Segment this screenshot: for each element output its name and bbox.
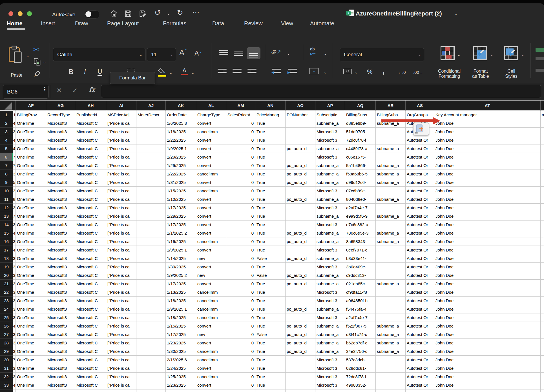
cell-ae30[interactable]: 7 — [13, 356, 16, 364]
cell-AK12[interactable]: 1/17/2025 — [166, 204, 196, 212]
cell-AM22[interactable]: 0 — [226, 288, 255, 297]
cell-AL21[interactable]: convert — [196, 280, 226, 288]
cell-AL5[interactable]: convert — [196, 144, 226, 153]
cell-AS1[interactable]: OrgGroups — [406, 111, 434, 119]
cell-AN28[interactable]: True — [255, 339, 286, 347]
cell-AF15[interactable]: OneTime — [16, 229, 46, 237]
cell-AJ31[interactable] — [136, 364, 166, 373]
cell-AM15[interactable]: 0 — [226, 229, 255, 237]
cell-AQ29[interactable]: 34e3f756-c — [345, 347, 376, 356]
cell-AH29[interactable]: Microsoft C — [75, 347, 106, 356]
cell-AT14[interactable]: John Doe — [434, 220, 541, 229]
row-header-33[interactable]: 33 — [0, 381, 13, 389]
cell-AI33[interactable]: ["Price is ca — [106, 381, 136, 389]
cell-AT12[interactable]: John Doe — [434, 204, 541, 212]
cell-AQ3[interactable]: 51dd9705- — [345, 128, 376, 136]
font-name-select[interactable]: Calibri ⌄ — [53, 48, 145, 61]
cell-AP24[interactable]: subname_a — [315, 305, 345, 313]
cell-AG26[interactable]: Microsoft3 — [46, 322, 75, 330]
cell-AH12[interactable]: Microsoft C — [75, 204, 106, 212]
tab-draw[interactable]: Draw — [75, 20, 88, 27]
cell-AH2[interactable]: Microsoft C — [75, 119, 106, 128]
cell-AT9[interactable]: John Doe — [434, 178, 541, 187]
cell-AO15[interactable]: po_auto_d — [286, 229, 315, 237]
row-header-10[interactable]: 10 — [0, 187, 13, 195]
cell-AS28[interactable]: Autotest Or — [406, 339, 434, 347]
cell-au26[interactable] — [541, 322, 544, 330]
column-header-at[interactable]: AT — [434, 101, 541, 111]
cell-AQ34[interactable]: 7ae7a87d-3 — [345, 389, 376, 392]
cell-AH27[interactable]: Microsoft C — [75, 330, 106, 339]
cell-AS16[interactable]: Autotest Or — [406, 237, 434, 246]
cell-AK34[interactable]: 1/8/2025 2 — [166, 389, 196, 392]
cell-AJ19[interactable] — [136, 263, 166, 271]
cell-AH23[interactable]: Microsoft C — [75, 297, 106, 305]
row-header-25[interactable]: 25 — [0, 313, 13, 322]
cell-AN19[interactable]: True — [255, 263, 286, 271]
cell-AT10[interactable]: John Doe — [434, 187, 541, 195]
align-middle-icon[interactable] — [233, 48, 245, 59]
cell-ae25[interactable]: 3 — [13, 313, 16, 322]
cell-AL20[interactable]: new — [196, 271, 226, 280]
cell-AO23[interactable] — [286, 297, 315, 305]
cell-au1[interactable]: a — [541, 111, 544, 119]
cell-AO27[interactable]: po_auto_d — [286, 330, 315, 339]
cell-AM20[interactable]: 0 — [226, 271, 255, 280]
cell-AJ15[interactable] — [136, 229, 166, 237]
cell-AR5[interactable]: subname_a — [376, 144, 406, 153]
cell-AP18[interactable]: subname_a — [315, 254, 345, 263]
cell-au13[interactable] — [541, 212, 544, 220]
cell-AR25[interactable] — [376, 313, 406, 322]
cell-AG15[interactable]: Microsoft3 — [46, 229, 75, 237]
cell-AF11[interactable]: OneTime — [16, 195, 46, 204]
cell-AR33[interactable] — [376, 381, 406, 389]
cell-AR34[interactable] — [376, 389, 406, 392]
cell-AK32[interactable]: 1/25/2025 — [166, 373, 196, 381]
cell-ae16[interactable]: 3 — [13, 237, 16, 246]
cell-AN8[interactable]: True — [255, 170, 286, 178]
cell-AF24[interactable]: OneTime — [16, 305, 46, 313]
row-header-7[interactable]: 7 — [0, 161, 13, 170]
cell-AM6[interactable]: 0 — [226, 153, 255, 161]
row-header-9[interactable]: 9 — [0, 178, 13, 187]
cell-AH9[interactable]: Microsoft C — [75, 178, 106, 187]
cell-AI32[interactable]: ["Price is ca — [106, 373, 136, 381]
cell-AJ21[interactable] — [136, 280, 166, 288]
cell-AK27[interactable]: 1/17/2025 — [166, 330, 196, 339]
cell-AF20[interactable]: OneTime — [16, 271, 46, 280]
wrap-text-icon[interactable]: abc↩ — [310, 47, 316, 56]
cell-AR10[interactable] — [376, 187, 406, 195]
cell-AQ2[interactable]: d885e9b9- — [345, 119, 376, 128]
cell-AT17[interactable]: John Doe — [434, 246, 541, 254]
cell-AI31[interactable]: ["Price is ca — [106, 364, 136, 373]
cell-AO4[interactable] — [286, 136, 315, 144]
cell-AO26[interactable]: po_auto_d — [286, 322, 315, 330]
row-header-24[interactable]: 24 — [0, 305, 13, 313]
row-header-30[interactable]: 30 — [0, 356, 13, 364]
number-format-select[interactable]: General ⌄ — [340, 48, 424, 61]
name-box[interactable]: BC6 ▲▼ — [3, 85, 48, 99]
cell-AG24[interactable]: Microsoft3 — [46, 305, 75, 313]
cell-AO30[interactable] — [286, 356, 315, 364]
cell-ae20[interactable]: 3 — [13, 271, 16, 280]
cell-AH30[interactable]: Microsoft C — [75, 356, 106, 364]
cell-AN5[interactable]: True — [255, 144, 286, 153]
conditional-formatting-chevron-icon[interactable]: ⌄ — [457, 52, 461, 57]
cell-ae23[interactable]: 3 — [13, 297, 16, 305]
column-header-an[interactable]: AN — [255, 101, 286, 111]
cell-AO25[interactable] — [286, 313, 315, 322]
cell-ae19[interactable]: 3 — [13, 263, 16, 271]
cell-AR31[interactable] — [376, 364, 406, 373]
row-header-13[interactable]: 13 — [0, 212, 13, 220]
cell-au11[interactable] — [541, 195, 544, 204]
cell-ae28[interactable]: 3 — [13, 339, 16, 347]
cell-AM3[interactable]: 0 — [226, 128, 255, 136]
cell-AI30[interactable]: ["Price is ca — [106, 356, 136, 364]
cell-AH22[interactable]: Microsoft C — [75, 288, 106, 297]
cell-AQ27[interactable]: d3f41c74-c — [345, 330, 376, 339]
cell-au5[interactable] — [541, 144, 544, 153]
cell-AT28[interactable]: John Doe — [434, 339, 541, 347]
row-header-29[interactable]: 29 — [0, 347, 13, 356]
cell-au33[interactable] — [541, 381, 544, 389]
undo-icon[interactable]: ↺ — [154, 8, 161, 17]
